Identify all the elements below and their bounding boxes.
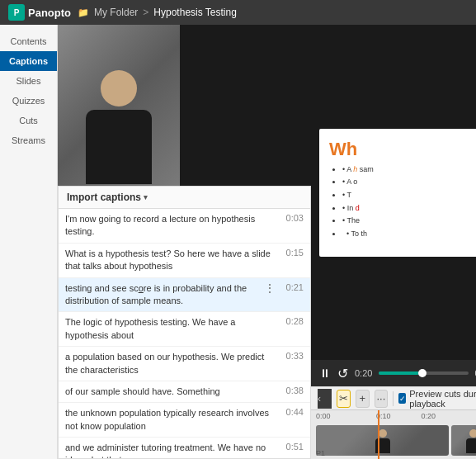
import-captions-label: Import captions — [67, 192, 141, 203]
clip-thumbnail-secondary — [451, 425, 476, 456]
caption-item-3[interactable]: testing and see score is in probability … — [59, 278, 310, 313]
playback-controls: ⏸ ↺ 0:20 0:30 — [311, 360, 476, 386]
slide-panel-mini — [180, 25, 311, 186]
camera-feed — [58, 25, 180, 186]
caption-text-8: and we administer tutoring treatment. We… — [65, 442, 276, 458]
caption-time-4: 0:28 — [280, 316, 304, 326]
current-time: 0:20 — [355, 368, 372, 378]
caption-text-2: What is a hypothesis test? So here we ha… — [65, 248, 276, 273]
slide-bullet-3: • T — [342, 191, 476, 201]
panopto-logo: P Panopto — [8, 4, 71, 21]
caption-item-7[interactable]: the unknown population typically researc… — [59, 403, 310, 438]
caption-item-8[interactable]: and we administer tutoring treatment. We… — [59, 438, 310, 458]
clip-thumb-head-main — [379, 429, 387, 438]
clip-thumb-person-secondary — [464, 429, 476, 454]
slide-bullet-4: • In d — [342, 204, 476, 214]
import-captions-arrow: ▾ — [144, 193, 148, 201]
caption-time-7: 0:44 — [280, 407, 304, 417]
timeline-mark-10: 0:10 — [361, 412, 407, 420]
timeline-ruler: 0:00 0:10 0:20 0:30 — [316, 412, 476, 420]
breadcrumb-folder[interactable]: My Folder — [94, 7, 138, 18]
caption-text-6: of our sample should have. Something — [65, 386, 276, 398]
progress-handle[interactable] — [418, 369, 427, 377]
panopto-logo-text: Panopto — [28, 7, 71, 19]
sidebar-item-captions[interactable]: Captions — [0, 51, 57, 71]
clip-thumb-body-secondary — [466, 438, 476, 453]
slide-bullet-2: • A o — [342, 177, 476, 187]
bottom-toolbar: ‹ ✂ + ··· ✓ Preview cuts during playback — [311, 386, 476, 409]
toolbar-separator — [393, 391, 394, 406]
timeline-clip-main[interactable] — [316, 425, 449, 456]
slide-content: Wh • A h sam • A o • T • In d • The • To… — [319, 129, 476, 257]
presenter-head — [101, 70, 137, 106]
presenter-silhouette — [82, 54, 156, 186]
slide-bullet-6: • To th — [342, 230, 476, 239]
timeline-clips — [316, 425, 476, 456]
timeline-playhead[interactable] — [378, 410, 379, 459]
video-top — [58, 25, 311, 186]
caption-text-5: a population based on our hypothesis. We… — [65, 351, 276, 376]
import-captions-button[interactable]: Import captions ▾ — [67, 192, 148, 203]
caption-time-6: 0:38 — [280, 386, 304, 395]
add-button[interactable]: + — [356, 390, 370, 408]
captions-area: Import captions ▾ I'm now going to recor… — [58, 186, 311, 459]
breadcrumb: 📁 My Folder > Hypothesis Testing — [78, 7, 237, 18]
presenter-body — [86, 110, 152, 184]
timeline-clip-secondary[interactable] — [451, 425, 476, 456]
timeline-mark-0: 0:00 — [316, 412, 361, 420]
rewind-button[interactable]: ↺ — [337, 366, 348, 381]
sidebar-item-cuts[interactable]: Cuts — [0, 111, 57, 130]
preview-cuts-checkbox[interactable]: ✓ — [398, 393, 406, 404]
sidebar-item-streams[interactable]: Streams — [0, 130, 57, 150]
video-captions-panel: Import captions ▾ I'm now going to recor… — [58, 25, 311, 459]
scissors-button[interactable]: ✂ — [337, 390, 351, 408]
timeline-mark-20: 0:20 — [406, 412, 451, 420]
main-content: Contents Captions Slides Quizzes Cuts St… — [0, 25, 476, 459]
progress-bar-fill — [379, 371, 419, 375]
slide-title: Wh — [329, 139, 476, 160]
caption-item-2[interactable]: What is a hypothesis test? So here we ha… — [59, 244, 310, 278]
slide-bullet-1: • A h sam — [342, 165, 476, 175]
caption-time-8: 0:51 — [280, 442, 304, 452]
clip-thumbnail-main — [316, 425, 449, 456]
left-nav: Contents Captions Slides Quizzes Cuts St… — [0, 25, 58, 459]
caption-text-1: I'm now going to record a lecture on hyp… — [65, 213, 276, 239]
preview-cuts-label: ✓ Preview cuts during playback — [398, 389, 476, 409]
caption-time-1: 0:03 — [280, 213, 304, 223]
breadcrumb-current: Hypothesis Testing — [153, 7, 237, 18]
clip-thumb-head-secondary — [469, 429, 476, 438]
caption-time-3: 0:21 — [280, 282, 304, 292]
camera-feed-image — [58, 25, 180, 186]
captions-header: Import captions ▾ — [59, 187, 310, 209]
caption-item-1[interactable]: I'm now going to record a lecture on hyp… — [59, 209, 310, 244]
caption-text-4: The logic of hypothesis testing. We have… — [65, 316, 276, 342]
p1-label: P1 — [316, 449, 325, 457]
caption-time-5: 0:33 — [280, 351, 304, 361]
pause-button[interactable]: ⏸ — [319, 367, 331, 380]
slide-view: Wh • A h sam • A o • T • In d • The • To… — [311, 25, 476, 360]
caption-menu-button-3[interactable]: ⋮ — [264, 282, 276, 294]
preview-cuts-text: Preview cuts during playback — [409, 389, 476, 409]
timeline: 0:00 0:10 0:20 0:30 — [311, 409, 476, 459]
clip-thumb-person-main — [373, 429, 393, 454]
top-bar: P Panopto 📁 My Folder > Hypothesis Testi… — [0, 0, 476, 25]
captions-list: I'm now going to record a lecture on hyp… — [59, 209, 310, 458]
caption-item-5[interactable]: a population based on our hypothesis. We… — [59, 347, 310, 381]
timeline-mark-30: 0:30 — [451, 412, 477, 420]
breadcrumb-separator: > — [143, 7, 148, 18]
sidebar-item-contents[interactable]: Contents — [0, 31, 57, 51]
nav-back-button[interactable]: ‹ — [318, 389, 332, 409]
sidebar-item-quizzes[interactable]: Quizzes — [0, 91, 57, 111]
caption-item-4[interactable]: The logic of hypothesis testing. We have… — [59, 312, 310, 347]
folder-icon: 📁 — [78, 7, 89, 18]
caption-text-3: testing and see score is in probability … — [65, 282, 259, 308]
slide-bullets: • A h sam • A o • T • In d • The • To th — [329, 165, 476, 239]
progress-bar[interactable] — [379, 371, 468, 375]
panopto-logo-icon: P — [8, 4, 25, 21]
slide-bullet-5: • The — [342, 216, 476, 226]
more-options-button[interactable]: ··· — [375, 390, 389, 408]
timeline-container: 0:00 0:10 0:20 0:30 — [311, 410, 476, 459]
caption-item-6[interactable]: of our sample should have. Something 0:3… — [59, 381, 310, 403]
sidebar-item-slides[interactable]: Slides — [0, 71, 57, 91]
caption-time-2: 0:15 — [280, 248, 304, 258]
